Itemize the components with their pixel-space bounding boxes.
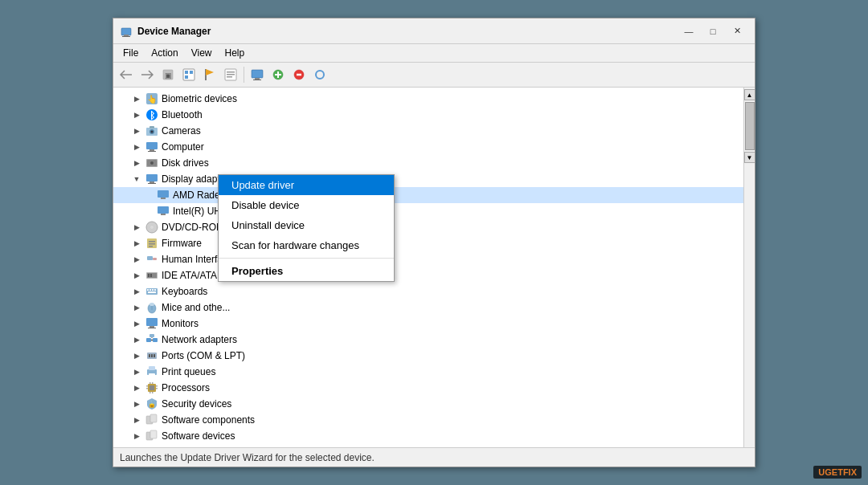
scroll-thumb[interactable]: [745, 102, 755, 150]
device-tree[interactable]: ▶ 👆 Biometric devices ▶ ᛒ Bluetooth ▶: [113, 88, 743, 447]
tree-item-disk[interactable]: ▶ Disk drives: [113, 155, 743, 171]
expander-biometric[interactable]: ▶: [131, 93, 142, 104]
svg-rect-57: [150, 274, 152, 277]
menu-help[interactable]: Help: [219, 46, 252, 60]
toolbar-remove[interactable]: [289, 65, 309, 84]
ctx-uninstall-device[interactable]: Uninstall device: [219, 215, 394, 235]
expander-mice[interactable]: ▶: [131, 302, 142, 313]
svg-point-66: [149, 303, 154, 306]
minimize-button[interactable]: —: [678, 23, 700, 39]
scroll-down-button[interactable]: ▼: [744, 152, 755, 163]
toolbar-properties[interactable]: [221, 65, 240, 84]
expander-disk[interactable]: ▶: [131, 157, 142, 169]
tree-item-mice[interactable]: ▶ Mice and othe...: [113, 300, 743, 316]
toolbar-view[interactable]: [179, 65, 199, 84]
tree-item-display[interactable]: ▼ Display adapters: [113, 171, 743, 187]
svg-marker-10: [206, 69, 214, 75]
expander-display[interactable]: ▼: [131, 173, 142, 185]
expander-software-dev[interactable]: ▶: [131, 430, 142, 442]
toolbar-back[interactable]: [117, 65, 136, 84]
tree-item-ports[interactable]: ▶ Ports (COM & LPT): [113, 348, 743, 364]
expander-dvd[interactable]: ▶: [131, 222, 142, 233]
expander-bluetooth[interactable]: ▶: [131, 109, 142, 120]
svg-rect-6: [185, 71, 188, 74]
maximize-button[interactable]: □: [702, 23, 724, 39]
device-manager-window: Device Manager — □ ✕ File Action View He…: [113, 18, 755, 467]
tree-item-print[interactable]: ▶ Print queues: [113, 364, 743, 380]
svg-rect-81: [149, 373, 155, 377]
expander-processors[interactable]: ▶: [131, 382, 142, 393]
svg-rect-73: [149, 334, 154, 337]
tree-item-ide[interactable]: ▶ IDE ATA/ATAPI d...: [113, 267, 743, 283]
tree-item-biometric[interactable]: ▶ 👆 Biometric devices: [113, 91, 743, 107]
svg-rect-16: [255, 78, 260, 79]
expander-sound[interactable]: ▶: [131, 446, 142, 447]
tree-item-amd[interactable]: ▶ AMD Radeon (TM) RX 640: [113, 187, 743, 203]
expander-cameras[interactable]: ▶: [131, 125, 142, 137]
ctx-properties[interactable]: Properties: [219, 261, 394, 281]
svg-rect-43: [158, 206, 169, 214]
toolbar-forward[interactable]: [137, 65, 157, 84]
tree-item-bluetooth[interactable]: ▶ ᛒ Bluetooth: [113, 107, 743, 123]
tree-item-intel[interactable]: ▶ Intel(R) UHD ...: [113, 203, 743, 219]
icon-software-dev: [145, 430, 158, 442]
svg-rect-40: [148, 183, 156, 184]
watermark: UGETFIX: [813, 466, 862, 479]
toolbar-refresh[interactable]: [310, 65, 330, 84]
ctx-scan-hardware[interactable]: Scan for hardware changes: [219, 235, 394, 255]
expander-firmware[interactable]: ▶: [131, 238, 142, 249]
tree-item-software-dev[interactable]: ▶ Software devices: [113, 428, 743, 444]
toolbar-sep-1: [244, 67, 244, 83]
scrollbar[interactable]: ▲ ▼: [743, 88, 755, 447]
tree-item-processors[interactable]: ▶ Processors: [113, 380, 743, 396]
expander-software-comp[interactable]: ▶: [131, 414, 142, 426]
expander-ports[interactable]: ▶: [131, 350, 142, 361]
label-network: Network adapters: [162, 334, 237, 345]
svg-rect-38: [146, 174, 158, 181]
toolbar-flag[interactable]: [200, 65, 219, 84]
tree-item-computer[interactable]: ▶ Computer: [113, 139, 743, 155]
expander-human[interactable]: ▶: [131, 254, 142, 265]
tree-item-sound[interactable]: ▶ Sound, video and game controllers: [113, 444, 743, 447]
tree-item-firmware[interactable]: ▶ Firmware: [113, 235, 743, 251]
svg-rect-96: [150, 430, 157, 438]
svg-rect-13: [227, 74, 235, 75]
svg-point-37: [150, 161, 154, 165]
menu-view[interactable]: View: [185, 46, 219, 60]
tree-item-network[interactable]: ▶ Network adapters: [113, 332, 743, 348]
tree-item-monitors[interactable]: ▶ Monitors: [113, 316, 743, 332]
icon-bluetooth: ᛒ: [145, 108, 158, 121]
tree-item-keyboards[interactable]: ▶ Keyboards: [113, 283, 743, 300]
close-button[interactable]: ✕: [726, 23, 748, 39]
svg-rect-90: [149, 392, 151, 393]
tree-item-human[interactable]: ▶ Human Interfa...: [113, 251, 743, 267]
expander-print[interactable]: ▶: [131, 366, 142, 377]
svg-rect-86: [156, 385, 158, 387]
toolbar-up[interactable]: ▣: [158, 65, 178, 84]
scroll-up-button[interactable]: ▲: [744, 89, 755, 100]
toolbar-add[interactable]: [268, 65, 288, 84]
ctx-disable-device[interactable]: Disable device: [219, 195, 394, 215]
tree-item-software-comp[interactable]: ▶ Software components: [113, 412, 743, 428]
expander-keyboards[interactable]: ▶: [131, 286, 142, 297]
menu-bar: File Action View Help: [113, 44, 755, 63]
svg-rect-17: [253, 79, 261, 80]
icon-biometric: 👆: [145, 92, 158, 105]
tree-item-cameras[interactable]: ▶ Cameras: [113, 123, 743, 139]
label-computer: Computer: [162, 141, 204, 153]
expander-security[interactable]: ▶: [131, 398, 142, 410]
expander-monitors[interactable]: ▶: [131, 318, 142, 329]
tree-item-security[interactable]: ▶ 🔒 Security devices: [113, 396, 743, 412]
menu-action[interactable]: Action: [145, 46, 184, 60]
svg-rect-29: [149, 126, 154, 128]
expander-network[interactable]: ▶: [131, 334, 142, 345]
expander-computer[interactable]: ▶: [131, 141, 142, 153]
main-content: ▶ 👆 Biometric devices ▶ ᛒ Bluetooth ▶: [113, 88, 755, 447]
expander-ide[interactable]: ▶: [131, 270, 142, 281]
toolbar-monitor[interactable]: [248, 65, 267, 84]
ctx-update-driver[interactable]: Update driver: [219, 175, 394, 195]
tree-item-dvd[interactable]: ▶ DVD/CD-ROM ...: [113, 219, 743, 235]
icon-dvd: [145, 221, 158, 234]
menu-file[interactable]: File: [117, 46, 145, 60]
label-print: Print queues: [162, 366, 215, 377]
